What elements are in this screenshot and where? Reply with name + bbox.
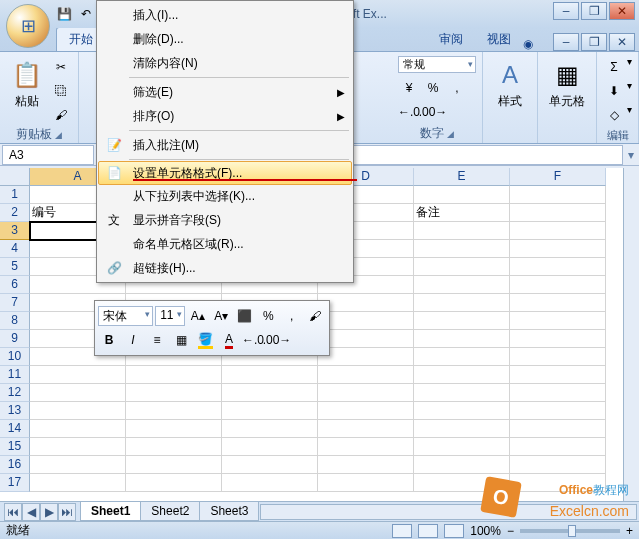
cell[interactable] <box>414 384 510 402</box>
cell[interactable] <box>510 420 606 438</box>
cell[interactable] <box>318 456 414 474</box>
clear-button[interactable]: ◇ <box>603 104 625 126</box>
context-menu-item[interactable]: 排序(O)▶ <box>99 104 351 128</box>
increase-decimal-button[interactable]: .00→ <box>266 329 288 351</box>
cell[interactable] <box>30 474 126 492</box>
row-header[interactable]: 4 <box>0 240 30 258</box>
vertical-scrollbar[interactable] <box>623 168 639 501</box>
row-header[interactable]: 5 <box>0 258 30 276</box>
cell[interactable] <box>318 474 414 492</box>
row-header[interactable]: 15 <box>0 438 30 456</box>
cell[interactable] <box>222 456 318 474</box>
fill-color-button[interactable]: 🪣 <box>194 329 216 351</box>
cell[interactable] <box>414 258 510 276</box>
next-sheet-button[interactable]: ▶ <box>40 503 58 521</box>
horizontal-scrollbar[interactable] <box>260 504 637 520</box>
borders-button[interactable]: ▦ <box>170 329 192 351</box>
cell[interactable] <box>414 312 510 330</box>
context-menu-item[interactable]: 🔗超链接(H)... <box>99 256 351 280</box>
cell[interactable] <box>414 294 510 312</box>
cell[interactable] <box>414 330 510 348</box>
cell[interactable] <box>414 366 510 384</box>
doc-restore-button[interactable]: ❐ <box>581 33 607 51</box>
row-header[interactable]: 7 <box>0 294 30 312</box>
context-menu-item[interactable]: 清除内容(N) <box>99 51 351 75</box>
comma-button[interactable]: , <box>446 77 468 99</box>
font-color-button[interactable]: A <box>218 329 240 351</box>
cell[interactable] <box>318 438 414 456</box>
fill-button[interactable]: ⬇ <box>603 80 625 102</box>
help-icon[interactable]: ◉ <box>523 37 533 51</box>
styles-button[interactable]: A 样式 <box>489 56 531 113</box>
first-sheet-button[interactable]: ⏮ <box>4 503 22 521</box>
cell[interactable] <box>414 348 510 366</box>
format-painter-button[interactable]: 🖌 <box>304 305 325 327</box>
cell[interactable] <box>318 366 414 384</box>
cut-button[interactable]: ✂ <box>50 56 72 78</box>
shrink-font-button[interactable]: A▾ <box>211 305 232 327</box>
normal-view-button[interactable] <box>392 524 412 538</box>
close-button[interactable]: ✕ <box>609 2 635 20</box>
cell[interactable] <box>318 312 414 330</box>
column-header[interactable]: F <box>510 168 606 186</box>
cell-styles-button[interactable]: ⬛ <box>234 305 255 327</box>
sheet-tab[interactable]: Sheet1 <box>80 502 141 521</box>
bold-button[interactable]: B <box>98 329 120 351</box>
cell[interactable] <box>126 456 222 474</box>
autosum-button[interactable]: Σ <box>603 56 625 78</box>
cell[interactable] <box>318 330 414 348</box>
row-header[interactable]: 8 <box>0 312 30 330</box>
cell[interactable] <box>510 258 606 276</box>
cell[interactable] <box>126 384 222 402</box>
cell[interactable] <box>510 222 606 240</box>
page-layout-view-button[interactable] <box>418 524 438 538</box>
grow-font-button[interactable]: A▴ <box>187 305 208 327</box>
cell[interactable] <box>414 240 510 258</box>
cell[interactable] <box>222 402 318 420</box>
cell[interactable] <box>510 348 606 366</box>
select-all-corner[interactable] <box>0 168 30 186</box>
cell[interactable] <box>126 474 222 492</box>
dialog-launcher-icon[interactable]: ◢ <box>447 129 454 139</box>
cell[interactable] <box>30 402 126 420</box>
currency-button[interactable]: ¥ <box>398 77 420 99</box>
percent-button[interactable]: % <box>422 77 444 99</box>
expand-formula-bar-icon[interactable]: ▾ <box>623 148 639 162</box>
cell[interactable] <box>510 402 606 420</box>
row-header[interactable]: 16 <box>0 456 30 474</box>
row-header[interactable]: 9 <box>0 330 30 348</box>
zoom-out-button[interactable]: − <box>507 524 514 538</box>
zoom-in-button[interactable]: + <box>626 524 633 538</box>
cell[interactable] <box>126 420 222 438</box>
cells-button[interactable]: ▦ 单元格 <box>544 56 590 113</box>
format-painter-button[interactable]: 🖌 <box>50 104 72 126</box>
decrease-decimal-button[interactable]: ←.0 <box>242 329 264 351</box>
paste-button[interactable]: 📋 粘贴 <box>6 56 48 126</box>
align-center-button[interactable]: ≡ <box>146 329 168 351</box>
context-menu-item[interactable]: 文显示拼音字段(S) <box>99 208 351 232</box>
cell[interactable] <box>414 186 510 204</box>
row-header[interactable]: 12 <box>0 384 30 402</box>
italic-button[interactable]: I <box>122 329 144 351</box>
cell[interactable] <box>30 366 126 384</box>
tab-view[interactable]: 视图 <box>475 28 523 51</box>
context-menu-item[interactable]: 📄设置单元格格式(F)... <box>98 161 352 185</box>
cell[interactable] <box>318 348 414 366</box>
cell[interactable] <box>414 402 510 420</box>
prev-sheet-button[interactable]: ◀ <box>22 503 40 521</box>
cell[interactable] <box>510 330 606 348</box>
cell[interactable] <box>318 384 414 402</box>
minimize-button[interactable]: – <box>553 2 579 20</box>
cell[interactable]: 备注 <box>414 204 510 222</box>
cell[interactable] <box>126 402 222 420</box>
cell[interactable] <box>414 456 510 474</box>
font-dropdown[interactable]: 宋体 <box>98 306 153 326</box>
cell[interactable] <box>510 240 606 258</box>
cell[interactable] <box>222 420 318 438</box>
context-menu-item[interactable]: 插入(I)... <box>99 3 351 27</box>
undo-icon[interactable]: ↶ <box>78 6 94 22</box>
cell[interactable] <box>510 474 606 492</box>
cell[interactable] <box>510 312 606 330</box>
cell[interactable] <box>222 366 318 384</box>
cell[interactable] <box>222 474 318 492</box>
